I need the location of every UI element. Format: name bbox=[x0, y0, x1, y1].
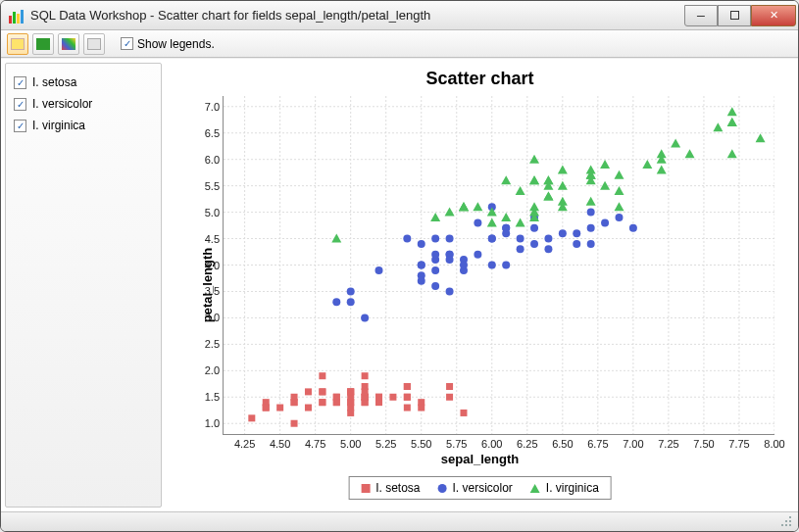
data-point[interactable] bbox=[291, 420, 298, 427]
data-point[interactable] bbox=[473, 202, 482, 211]
data-point[interactable] bbox=[502, 229, 510, 237]
plot-region[interactable]: 4.254.504.755.005.255.505.756.006.256.50… bbox=[223, 96, 774, 435]
data-point[interactable] bbox=[642, 160, 652, 169]
data-point[interactable] bbox=[459, 202, 469, 211]
data-point[interactable] bbox=[573, 229, 580, 237]
data-point[interactable] bbox=[544, 235, 552, 243]
toolbar-btn-gray[interactable] bbox=[83, 33, 105, 55]
data-point[interactable] bbox=[727, 118, 737, 126]
data-point[interactable] bbox=[685, 149, 695, 158]
data-point[interactable] bbox=[446, 383, 453, 390]
data-point[interactable] bbox=[361, 314, 369, 321]
data-point[interactable] bbox=[614, 170, 624, 179]
data-point[interactable] bbox=[587, 224, 595, 232]
data-point[interactable] bbox=[474, 251, 481, 259]
sidebar-item-setosa[interactable]: ✓ I. setosa bbox=[14, 72, 153, 93]
data-point[interactable] bbox=[713, 122, 723, 131]
show-legends-checkbox[interactable]: ✓ Show legends. bbox=[121, 37, 215, 51]
data-point[interactable] bbox=[248, 414, 255, 421]
data-point[interactable] bbox=[586, 197, 596, 206]
data-point[interactable] bbox=[501, 175, 511, 184]
data-point[interactable] bbox=[487, 218, 497, 226]
data-point[interactable] bbox=[517, 245, 524, 253]
data-point[interactable] bbox=[501, 213, 511, 221]
close-button[interactable]: ✕ bbox=[751, 5, 796, 26]
data-point[interactable] bbox=[446, 394, 453, 401]
data-point[interactable] bbox=[530, 240, 538, 248]
data-point[interactable] bbox=[558, 197, 568, 206]
data-point[interactable] bbox=[332, 298, 340, 306]
data-point[interactable] bbox=[559, 229, 567, 237]
data-point[interactable] bbox=[446, 256, 454, 264]
data-point[interactable] bbox=[403, 235, 411, 243]
data-point[interactable] bbox=[263, 405, 270, 411]
maximize-button[interactable] bbox=[718, 5, 751, 26]
data-point[interactable] bbox=[305, 388, 312, 395]
data-point[interactable] bbox=[362, 372, 369, 379]
data-point[interactable] bbox=[460, 262, 468, 269]
data-point[interactable] bbox=[347, 399, 354, 406]
data-point[interactable] bbox=[530, 224, 538, 232]
titlebar[interactable]: SQL Data Workshop - Scatter chart for fi… bbox=[1, 1, 798, 30]
data-point[interactable] bbox=[614, 186, 624, 195]
data-point[interactable] bbox=[305, 405, 312, 411]
data-point[interactable] bbox=[445, 208, 455, 217]
data-point[interactable] bbox=[404, 394, 411, 401]
data-point[interactable] bbox=[430, 213, 440, 221]
data-point[interactable] bbox=[474, 218, 481, 226]
data-point[interactable] bbox=[727, 107, 737, 116]
data-point[interactable] bbox=[431, 235, 439, 243]
sidebar-item-virginica[interactable]: ✓ I. virginica bbox=[14, 115, 153, 136]
data-point[interactable] bbox=[614, 202, 624, 211]
data-point[interactable] bbox=[544, 245, 552, 253]
resize-grip-icon[interactable] bbox=[780, 515, 794, 529]
data-point[interactable] bbox=[333, 399, 340, 406]
toolbar-btn-yellow[interactable] bbox=[7, 33, 28, 55]
data-point[interactable] bbox=[431, 266, 439, 274]
data-point[interactable] bbox=[756, 133, 766, 142]
data-point[interactable] bbox=[418, 277, 425, 285]
data-point[interactable] bbox=[727, 149, 737, 158]
data-point[interactable] bbox=[460, 410, 467, 416]
data-point[interactable] bbox=[488, 235, 496, 243]
toolbar-btn-multi[interactable] bbox=[58, 33, 79, 55]
data-point[interactable] bbox=[362, 388, 369, 395]
minimize-button[interactable]: ─ bbox=[684, 5, 718, 26]
data-point[interactable] bbox=[573, 240, 580, 248]
data-point[interactable] bbox=[319, 372, 325, 379]
data-point[interactable] bbox=[418, 405, 424, 411]
data-point[interactable] bbox=[516, 186, 525, 195]
data-point[interactable] bbox=[319, 399, 325, 406]
data-point[interactable] bbox=[657, 165, 667, 173]
data-point[interactable] bbox=[671, 139, 680, 148]
data-point[interactable] bbox=[543, 191, 553, 200]
data-point[interactable] bbox=[601, 218, 609, 226]
data-point[interactable] bbox=[276, 405, 283, 411]
data-point[interactable] bbox=[375, 394, 382, 401]
data-point[interactable] bbox=[404, 405, 411, 411]
data-point[interactable] bbox=[517, 235, 524, 243]
data-point[interactable] bbox=[389, 394, 396, 401]
sidebar-item-versicolor[interactable]: ✓ I. versicolor bbox=[14, 93, 153, 115]
data-point[interactable] bbox=[600, 160, 610, 169]
data-point[interactable] bbox=[347, 298, 355, 306]
data-point[interactable] bbox=[446, 287, 454, 295]
data-point[interactable] bbox=[502, 262, 510, 269]
data-point[interactable] bbox=[431, 251, 439, 259]
data-point[interactable] bbox=[629, 224, 637, 232]
data-point[interactable] bbox=[404, 383, 411, 390]
data-point[interactable] bbox=[375, 266, 383, 274]
data-point[interactable] bbox=[587, 240, 595, 248]
data-point[interactable] bbox=[558, 165, 568, 173]
data-point[interactable] bbox=[516, 218, 525, 226]
data-point[interactable] bbox=[587, 209, 595, 217]
data-point[interactable] bbox=[488, 262, 496, 269]
data-point[interactable] bbox=[319, 388, 325, 395]
data-point[interactable] bbox=[418, 240, 425, 248]
data-point[interactable] bbox=[347, 388, 354, 395]
data-point[interactable] bbox=[347, 287, 355, 295]
toolbar-btn-green[interactable] bbox=[32, 33, 54, 55]
data-point[interactable] bbox=[418, 262, 425, 269]
data-point[interactable] bbox=[431, 282, 439, 290]
data-point[interactable] bbox=[615, 214, 623, 221]
